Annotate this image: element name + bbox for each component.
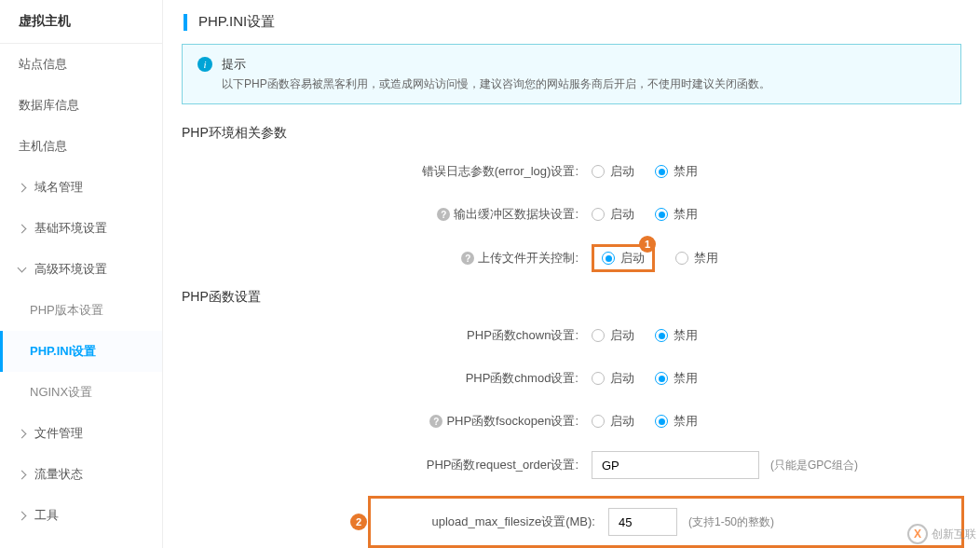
highlight-box-1: 1 启动 [592, 244, 655, 272]
row-output-buffer: ?输出缓冲区数据块设置: 启动 禁用 [182, 201, 961, 227]
chevron-right-icon [18, 183, 27, 192]
sidebar-item-database-info[interactable]: 数据库信息 [0, 85, 162, 126]
sidebar-item-advanced-env[interactable]: 高级环境设置 [0, 249, 162, 290]
tip-box: i 提示 以下PHP函数容易被黑客利用，或造成网站访问慢，建议咨询您的网站服务商… [182, 44, 961, 104]
radio-fsockopen-enable[interactable]: 启动 [592, 413, 634, 430]
label-chmod: PHP函数chmod设置: [182, 370, 592, 387]
sidebar-item-traffic[interactable]: 流量状态 [0, 454, 162, 495]
radio-chmod-enable[interactable]: 启动 [592, 370, 634, 387]
radio-error-log-enable[interactable]: 启动 [592, 163, 634, 180]
info-icon: i [197, 57, 212, 72]
watermark: X 创新互联 [907, 524, 976, 544]
help-icon[interactable]: ? [437, 208, 450, 221]
input-upload-max[interactable] [608, 508, 677, 536]
radio-upload-switch-disable[interactable]: 禁用 [675, 250, 718, 267]
label-error-log: 错误日志参数(error_log)设置: [182, 163, 592, 180]
row-upload-switch: ?上传文件开关控制: 1 启动 禁用 [182, 244, 961, 272]
chevron-right-icon [18, 511, 27, 520]
row-chmod: PHP函数chmod设置: 启动 禁用 [182, 365, 961, 391]
label-request-order: PHP函数request_order设置: [182, 457, 592, 473]
sidebar-item-domain[interactable]: 域名管理 [0, 167, 162, 208]
radio-chown-enable[interactable]: 启动 [592, 327, 634, 344]
tip-text: 以下PHP函数容易被黑客利用，或造成网站访问慢，建议咨询您的网站服务商后开启，不… [222, 76, 770, 92]
highlight-box-2: 2 upload_max_filesize设置(MB): (支持1-50的整数) [368, 496, 964, 548]
sidebar-item-nginx[interactable]: NGINX设置 [0, 372, 162, 413]
label-fsockopen: ?PHP函数fsockopen设置: [182, 413, 592, 430]
sidebar-item-site-info[interactable]: 站点信息 [0, 44, 162, 85]
radio-chmod-disable[interactable]: 禁用 [655, 370, 698, 387]
radio-fsockopen-disable[interactable]: 禁用 [655, 413, 698, 430]
radio-error-log-disable[interactable]: 禁用 [655, 163, 698, 180]
watermark-logo-icon: X [907, 524, 928, 544]
sidebar-title: 虚拟主机 [0, 0, 162, 44]
watermark-text: 创新互联 [932, 527, 976, 542]
chevron-right-icon [18, 470, 27, 479]
row-fsockopen: ?PHP函数fsockopen设置: 启动 禁用 [182, 408, 961, 434]
chevron-right-icon [18, 429, 27, 438]
main-content: PHP.INI设置 i 提示 以下PHP函数容易被黑客利用，或造成网站访问慢，建… [163, 0, 980, 548]
input-request-order[interactable] [592, 451, 759, 479]
tip-title: 提示 [222, 56, 770, 73]
sidebar-item-basic-env[interactable]: 基础环境设置 [0, 208, 162, 249]
section-env-title: PHP环境相关参数 [182, 125, 961, 142]
row-request-order: PHP函数request_order设置: (只能是GPC组合) [182, 451, 961, 479]
radio-output-buffer-enable[interactable]: 启动 [592, 206, 634, 223]
help-icon[interactable]: ? [461, 252, 474, 265]
row-chown: PHP函数chown设置: 启动 禁用 [182, 322, 961, 349]
sidebar-item-value-added[interactable]: 增值服务 [0, 536, 162, 548]
hint-upload-max: (支持1-50的整数) [688, 514, 774, 530]
chevron-down-icon [18, 264, 27, 273]
label-chown: PHP函数chown设置: [182, 327, 592, 344]
sidebar-item-host-info[interactable]: 主机信息 [0, 126, 162, 167]
page-title: PHP.INI设置 [198, 13, 275, 31]
help-icon[interactable]: ? [429, 415, 442, 428]
radio-upload-switch-enable[interactable]: 启动 [602, 250, 645, 267]
label-upload-switch: ?上传文件开关控制: [182, 250, 592, 267]
row-error-log: 错误日志参数(error_log)设置: 启动 禁用 [182, 158, 961, 185]
badge-2: 2 [350, 514, 367, 530]
badge-1: 1 [639, 236, 656, 253]
sidebar-nav: 站点信息 数据库信息 主机信息 域名管理 基础环境设置 高级环境设置 PHP版本… [0, 44, 162, 548]
sidebar-item-php-version[interactable]: PHP版本设置 [0, 290, 162, 331]
label-output-buffer: ?输出缓冲区数据块设置: [182, 206, 592, 223]
hint-request-order: (只能是GPC组合) [770, 458, 858, 473]
header-accent-bar [184, 14, 187, 31]
sidebar-item-php-ini[interactable]: PHP.INI设置 [0, 331, 162, 372]
page-header: PHP.INI设置 [163, 0, 980, 44]
sidebar: 虚拟主机 站点信息 数据库信息 主机信息 域名管理 基础环境设置 高级环境设置 … [0, 0, 163, 548]
radio-chown-disable[interactable]: 禁用 [655, 327, 698, 344]
section-func-title: PHP函数设置 [182, 289, 961, 306]
sidebar-item-tools[interactable]: 工具 [0, 495, 162, 536]
sidebar-item-file-mgmt[interactable]: 文件管理 [0, 413, 162, 454]
chevron-right-icon [18, 224, 27, 233]
label-upload-max: upload_max_filesize设置(MB): [371, 514, 608, 530]
radio-output-buffer-disable[interactable]: 禁用 [655, 206, 698, 223]
